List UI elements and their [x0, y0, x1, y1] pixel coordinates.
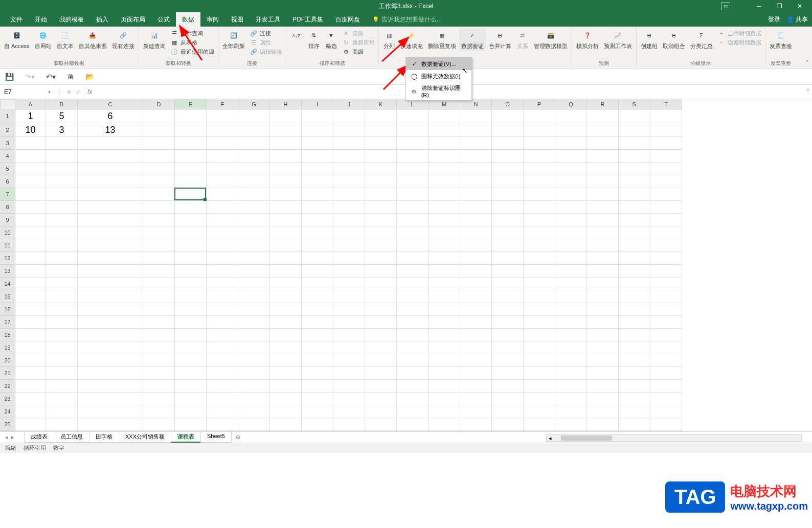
cell[interactable] — [492, 226, 524, 239]
cell[interactable] — [397, 418, 428, 431]
data-validation-button[interactable]: ✓数据验证 — [459, 29, 486, 51]
cell[interactable] — [587, 316, 619, 329]
cell[interactable] — [143, 290, 175, 303]
sort-az-button[interactable]: A↓Z — [288, 29, 305, 44]
cell[interactable] — [207, 239, 238, 252]
cell[interactable] — [207, 354, 238, 367]
row-header[interactable]: 3 — [0, 137, 15, 150]
print-preview-button[interactable]: 🗎 — [67, 73, 74, 81]
cell[interactable] — [524, 123, 555, 137]
row-header[interactable]: 11 — [0, 239, 15, 252]
cell[interactable] — [270, 316, 302, 329]
close-button[interactable]: ✕ — [790, 3, 810, 10]
cell[interactable] — [15, 290, 46, 303]
cell[interactable] — [15, 175, 46, 188]
cell[interactable] — [175, 303, 207, 316]
cell[interactable] — [15, 239, 46, 252]
cell[interactable] — [238, 265, 270, 278]
cell[interactable]: 13 — [78, 123, 143, 137]
row-header[interactable]: 8 — [0, 201, 15, 214]
cell[interactable] — [650, 188, 682, 201]
row-header[interactable]: 16 — [0, 303, 15, 316]
ribbon-display-options-icon[interactable]: ▭ — [721, 2, 730, 10]
sheet-nav-prev[interactable]: ◂ — [5, 434, 8, 441]
cell[interactable] — [428, 278, 460, 290]
row-header[interactable]: 12 — [0, 252, 15, 265]
cell[interactable] — [460, 188, 492, 201]
cell[interactable] — [302, 303, 333, 316]
cell[interactable] — [143, 367, 175, 380]
cell[interactable] — [460, 405, 492, 418]
cell[interactable] — [492, 201, 524, 214]
cell[interactable] — [428, 316, 460, 329]
column-header[interactable]: F — [207, 99, 238, 109]
column-header[interactable]: T — [650, 99, 682, 109]
cell[interactable] — [428, 188, 460, 201]
cell[interactable] — [492, 239, 524, 252]
cell[interactable] — [238, 418, 270, 431]
cell[interactable] — [46, 252, 78, 265]
cell[interactable] — [460, 163, 492, 175]
cell[interactable] — [460, 239, 492, 252]
cell[interactable] — [78, 265, 143, 278]
cell[interactable] — [650, 329, 682, 341]
cell[interactable] — [207, 393, 238, 405]
cell[interactable] — [238, 214, 270, 226]
row-header[interactable]: 21 — [0, 367, 15, 380]
cell[interactable] — [587, 201, 619, 214]
whatif-button[interactable]: ❓模拟分析 — [574, 29, 601, 51]
cell[interactable] — [175, 393, 207, 405]
cell[interactable] — [333, 405, 365, 418]
cell[interactable] — [397, 123, 428, 137]
cell[interactable] — [492, 290, 524, 303]
cell[interactable] — [460, 380, 492, 393]
cell[interactable] — [650, 137, 682, 150]
cell[interactable] — [619, 367, 650, 380]
cell[interactable] — [333, 367, 365, 380]
cell[interactable] — [15, 278, 46, 290]
cell[interactable] — [460, 341, 492, 354]
group-button[interactable]: ⊕创建组 — [639, 29, 660, 51]
cell[interactable] — [650, 265, 682, 278]
cell[interactable] — [333, 252, 365, 265]
collapse-ribbon-icon[interactable]: ˄ — [806, 60, 809, 67]
cell[interactable] — [397, 239, 428, 252]
cell[interactable] — [492, 150, 524, 163]
cell[interactable] — [555, 214, 587, 226]
cell[interactable] — [555, 405, 587, 418]
cell[interactable] — [15, 354, 46, 367]
tab-视图[interactable]: 视图 — [225, 12, 250, 27]
cell[interactable] — [555, 150, 587, 163]
cell[interactable] — [619, 150, 650, 163]
cell[interactable] — [619, 252, 650, 265]
cell[interactable] — [460, 109, 492, 123]
cell[interactable] — [302, 123, 333, 137]
cell[interactable] — [428, 367, 460, 380]
cell[interactable] — [302, 290, 333, 303]
cell[interactable] — [555, 265, 587, 278]
cell[interactable] — [365, 278, 397, 290]
cell[interactable] — [397, 329, 428, 341]
cell[interactable] — [302, 393, 333, 405]
cell[interactable] — [78, 239, 143, 252]
cell[interactable] — [333, 329, 365, 341]
cell[interactable] — [555, 175, 587, 188]
advanced-button[interactable]: ⚙高级 — [341, 47, 376, 56]
cell[interactable] — [46, 303, 78, 316]
cell[interactable] — [78, 367, 143, 380]
text-to-columns-button[interactable]: ▥分列 — [381, 29, 397, 51]
cell[interactable] — [555, 354, 587, 367]
cell[interactable] — [175, 201, 207, 214]
cell[interactable] — [492, 265, 524, 278]
cell[interactable] — [492, 380, 524, 393]
cell[interactable] — [207, 175, 238, 188]
cell[interactable] — [143, 341, 175, 354]
sheet-tab[interactable]: 田字格 — [89, 432, 119, 443]
column-header[interactable]: N — [460, 99, 492, 109]
cell[interactable] — [587, 278, 619, 290]
cell[interactable] — [175, 214, 207, 226]
cell[interactable] — [650, 354, 682, 367]
cell[interactable]: 1 — [15, 109, 46, 123]
cell[interactable] — [587, 290, 619, 303]
cell[interactable] — [619, 109, 650, 123]
